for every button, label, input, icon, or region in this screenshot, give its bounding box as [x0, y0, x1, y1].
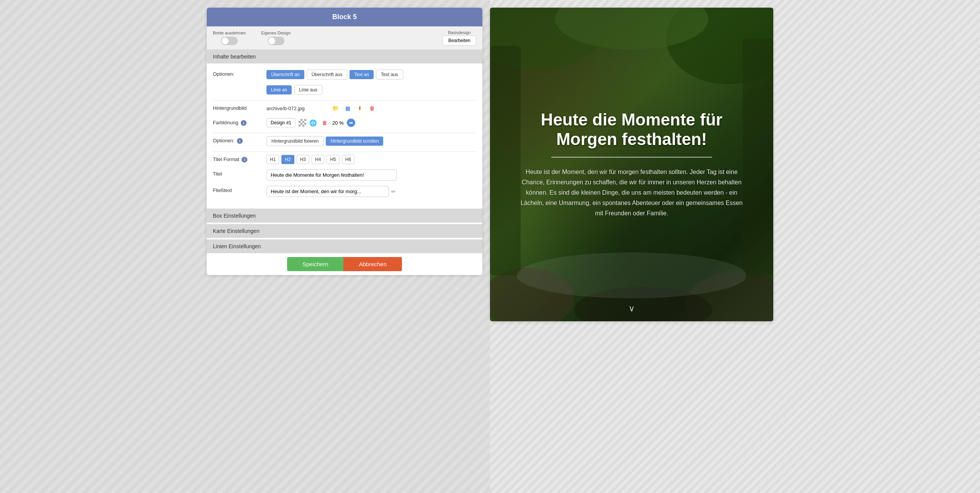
eigenes-toggle-wrapper: Eigenes Design: [261, 31, 291, 45]
svg-rect-7: [743, 38, 773, 275]
box-section-header[interactable]: Box Einstellungen: [207, 209, 482, 223]
basisdesign-label: Basisdesign: [448, 30, 470, 35]
linie-spacer: [213, 85, 263, 86]
upload-icon[interactable]: ⬆: [355, 104, 364, 113]
panel-toolbar: Breite ausdehnen Eigenes Design Basisdes…: [207, 26, 482, 50]
karte-header-text: Karte Einstellungen: [213, 228, 259, 234]
panel-title: Block 5: [207, 8, 482, 26]
preview-content: Heute die Momente für Morgen festhalten!…: [517, 110, 746, 218]
panel-footer: Speichern Abbrechen: [207, 253, 482, 275]
left-panel: Block 5 Breite ausdehnen Eigenes Design …: [207, 8, 482, 275]
optionen2-info[interactable]: i: [237, 138, 243, 144]
linie-aus-btn[interactable]: Linie aus: [294, 85, 322, 95]
h5-btn[interactable]: H5: [327, 155, 339, 164]
eigenes-toggle[interactable]: [268, 37, 284, 45]
panel-title-text: Block 5: [332, 13, 357, 21]
optionen-row-1: Optionen: Überschrift an Überschrift aus…: [213, 70, 476, 80]
farbtonung-row: Farbtönung i Design #1 🌐 🗑 20 % ➡: [213, 118, 476, 127]
h6-btn[interactable]: H6: [342, 155, 354, 164]
breite-toggle[interactable]: [221, 37, 238, 45]
inhalte-content: Optionen: Überschrift an Überschrift aus…: [207, 63, 482, 209]
delete-hintergrund-icon[interactable]: 🗑: [368, 104, 377, 113]
breite-label: Breite ausdehnen: [213, 31, 246, 35]
folder-icon[interactable]: 📁: [331, 104, 340, 113]
separator-2: [213, 133, 476, 133]
h3-btn[interactable]: H3: [297, 155, 309, 164]
fliesstext-edit-btn[interactable]: ✏: [391, 189, 396, 195]
svg-point-8: [517, 252, 746, 298]
fixieren-btn[interactable]: Hintergrundbild fixieren: [266, 136, 323, 146]
hintergrundbild-label: Hintergrundbild: [213, 104, 263, 111]
linien-header-text: Linien Einstellungen: [213, 243, 261, 249]
optionen2-label: Optionen: i: [213, 136, 263, 144]
percent-arrow-btn[interactable]: ➡: [347, 119, 355, 127]
optionen-controls-1: Überschrift an Überschrift aus Text an T…: [266, 70, 476, 80]
fliesstext-input[interactable]: [266, 186, 389, 197]
hintergrundbild-controls: archive/b-072.jpg 📁 ▦ ⬆ 🗑: [266, 104, 476, 113]
checker-icon[interactable]: [299, 119, 306, 127]
preview-panel: Heute die Momente für Morgen festhalten!…: [490, 8, 773, 321]
titel-controls: [266, 169, 476, 181]
hintergrundbild-row: Hintergrundbild archive/b-072.jpg 📁 ▦ ⬆ …: [213, 104, 476, 113]
grid-icon[interactable]: ▦: [343, 104, 352, 113]
preview-divider: [551, 157, 712, 158]
save-button[interactable]: Speichern: [287, 257, 344, 271]
karte-section-header[interactable]: Karte Einstellungen: [207, 224, 482, 238]
ueberschrift-aus-btn[interactable]: Überschrift aus: [307, 70, 348, 80]
text-an-btn[interactable]: Text an: [350, 70, 374, 79]
basisdesign-wrapper: Basisdesign Bearbeiten: [443, 30, 476, 46]
linie-row: Linie an Linie aus: [213, 85, 476, 95]
separator-3: [213, 151, 476, 152]
basisdesign-button[interactable]: Bearbeiten: [443, 36, 476, 46]
preview-title: Heute die Momente für Morgen festhalten!: [517, 110, 746, 149]
inhalte-header-text: Inhalte bearbeiten: [213, 54, 256, 60]
design-badge: Design #1: [266, 118, 296, 127]
optionen2-controls: Hintergrundbild fixieren Hintergrundbild…: [266, 136, 476, 146]
titel-row: Titel: [213, 169, 476, 181]
linie-an-btn[interactable]: Linie an: [266, 85, 292, 94]
farbtonung-label: Farbtönung i: [213, 118, 263, 126]
delete-design-icon[interactable]: 🗑: [320, 118, 329, 127]
box-header-text: Box Einstellungen: [213, 213, 256, 219]
optionen-label: Optionen:: [213, 70, 263, 77]
fliesstext-controls: ✏: [266, 186, 476, 197]
percent-value: 20 %: [332, 120, 344, 126]
preview-background: Heute die Momente für Morgen festhalten!…: [490, 8, 773, 321]
preview-chevron: ∨: [629, 304, 635, 314]
eigenes-label: Eigenes Design: [261, 31, 291, 35]
fliesstext-label: Fließtext: [213, 186, 263, 193]
titel-format-row: Titel Format i H1 H2 H3 H4 H5 H6: [213, 155, 476, 164]
linie-controls: Linie an Linie aus: [266, 85, 476, 95]
farbtonung-controls: Design #1 🌐 🗑 20 % ➡: [266, 118, 476, 127]
titel-input[interactable]: [266, 169, 397, 181]
titel-format-controls: H1 H2 H3 H4 H5 H6: [266, 155, 476, 164]
titel-format-label: Titel Format i: [213, 155, 263, 163]
separator-1: [213, 100, 476, 101]
fliesstext-row: Fließtext ✏: [213, 186, 476, 197]
linien-section-header[interactable]: Linien Einstellungen: [207, 239, 482, 253]
breite-toggle-wrapper: Breite ausdehnen: [213, 31, 246, 45]
hintergrundbild-value: archive/b-072.jpg: [266, 106, 328, 111]
h4-btn[interactable]: H4: [312, 155, 324, 164]
cancel-button[interactable]: Abbrechen: [343, 257, 402, 271]
optionen-row-2: Optionen: i Hintergrundbild fixieren Hin…: [213, 136, 476, 146]
titel-label: Titel: [213, 169, 263, 177]
globe-icon[interactable]: 🌐: [309, 119, 317, 127]
preview-text: Heute ist der Moment, den wir für morgen…: [517, 167, 746, 219]
text-aus-btn[interactable]: Text aus: [376, 70, 403, 80]
scrollen-btn[interactable]: Hintergrundbild scrollen: [326, 137, 383, 146]
ueberschrift-an-btn[interactable]: Überschrift an: [266, 70, 304, 79]
svg-rect-6: [490, 46, 521, 275]
inhalte-section-header[interactable]: Inhalte bearbeiten: [207, 50, 482, 63]
farbtonung-info[interactable]: i: [241, 120, 247, 126]
titel-format-info[interactable]: i: [242, 157, 247, 163]
h1-btn[interactable]: H1: [266, 155, 279, 164]
h2-btn[interactable]: H2: [281, 155, 294, 164]
